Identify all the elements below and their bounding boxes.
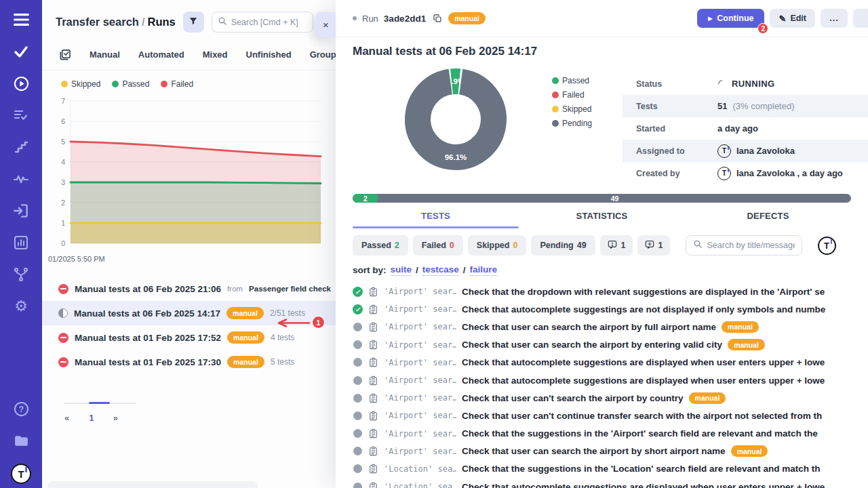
pagination-prev[interactable]: « [64,413,69,423]
runs-history-chart: 01234567 [52,93,325,254]
bar-chart-icon[interactable] [12,234,30,251]
details-value-extra: (3% completed) [732,101,794,111]
sort-by-failure[interactable]: failure [470,264,498,276]
test-title: Check that user can search the airport b… [462,446,726,456]
run-title: Manual tests at 01 Feb 2025 17:52 [75,333,221,343]
legend-item: Failed [161,79,193,89]
edit-button[interactable]: ✎ Edit [770,9,815,28]
test-list-item[interactable]: 'Location' sea… Check that autocomplete … [353,478,868,488]
attachments-filter-chip[interactable]: 1 [637,235,670,256]
close-drawer-button[interactable]: × [316,12,336,37]
run-tests-count: 5 tests [271,357,294,367]
test-list-item[interactable]: 'Airport' sear… Check that autocomplete … [353,300,868,318]
test-list-item[interactable]: 'Airport' sear… Check that the suggestio… [353,425,868,443]
legend-dot [161,81,167,87]
runs-tab[interactable]: Automated [138,49,184,60]
sign-in-icon[interactable] [12,202,30,220]
details-value: 51 (3% completed) [717,101,795,111]
copy-icon[interactable] [433,14,443,24]
folder-icon[interactable] [12,432,30,449]
play-circle-icon[interactable] [12,75,30,92]
test-list-item[interactable]: 'Airport' sear… Check that user can sear… [353,336,868,354]
pagination-next[interactable]: » [113,413,118,423]
runs-tab[interactable]: Unfinished [246,49,292,60]
test-title: Check that user can't continue transfer … [462,411,822,421]
branch-icon[interactable] [12,266,30,283]
test-suite-name: 'Airport' sear… [384,322,456,331]
assignee-avatar[interactable]: T [818,237,836,255]
runs-search-box[interactable] [212,12,313,33]
user-avatar-logo[interactable]: T [11,464,31,484]
run-list-item[interactable]: Manual tests at 06 Feb 2025 21:06 from P… [42,277,336,301]
runs-tab[interactable]: Mixed [203,49,228,60]
test-list-item[interactable]: 'Airport' sear… Check that user can sear… [353,443,868,460]
details-value: T Iana Zavoloka , a day ago [717,167,843,180]
test-list-item[interactable]: 'Airport' sear… Check that the dropdown … [353,283,868,300]
legend-label: Passed [562,76,589,85]
tests-search-input[interactable] [707,241,795,250]
pagination-page-1[interactable]: 1 [89,413,94,423]
details-row: Tests 51 (3% completed) [623,95,868,117]
pulse-icon[interactable] [12,170,30,188]
check-icon[interactable] [12,43,30,60]
svg-text:0: 0 [61,239,65,247]
chip-label: Skipped [477,241,510,250]
annotation-step-1: 1 [313,317,324,328]
steps-icon[interactable] [12,138,30,156]
details-row: Created by T Iana Zavoloka , a day ago [623,162,868,184]
comments-filter-chip[interactable]: 1 [600,235,633,256]
runs-tab[interactable]: Manual [90,49,120,60]
test-list-item[interactable]: 'Airport' sear… Check that user can sear… [353,318,868,336]
drawer-tab[interactable]: TESTS [353,211,519,221]
details-row: Status RUNNING [623,73,868,95]
tests-search-box[interactable] [686,235,802,256]
runs-tab[interactable]: Groups [310,49,336,60]
testcase-icon [368,446,378,456]
clipped-button[interactable] [853,9,868,28]
horizontal-scrollbar[interactable] [47,481,258,488]
status-filter-chip[interactable]: Passed 2 [353,235,408,256]
runs-search-input[interactable] [231,18,307,27]
runs-list-panel: Transfer search/Runs Manual Automated Mi… [42,0,336,488]
continue-button[interactable]: ▶ Continue 2 [697,9,764,28]
test-list-item[interactable]: 'Airport' sear… Check that autocomplete … [353,354,868,371]
breadcrumb-parent[interactable]: Transfer search [56,16,139,28]
runs-history-chart-block: 01234567 01/2025 5:50 PM [42,92,336,263]
left-panel-header: Transfer search/Runs [42,0,336,41]
more-actions-button[interactable]: ... [821,9,848,28]
legend-item: Failed [552,90,592,100]
details-row: Started a day ago [623,117,868,140]
test-list-item[interactable]: 'Location' sea… Check that the suggestio… [353,460,868,478]
status-filter-chip[interactable]: Skipped 0 [468,235,527,256]
help-circle-icon[interactable]: ? [12,400,30,418]
list-check-icon[interactable] [12,106,30,124]
test-status-icon [353,304,363,314]
sort-by-suite[interactable]: suite [391,264,412,276]
run-details-table: Status RUNNING Tests 51 (3% com [623,73,868,184]
sort-separator: / [416,265,418,275]
gear-icon[interactable]: ⚙ [12,298,30,315]
testcase-icon [368,340,378,350]
test-list-item[interactable]: 'Airport' sear… Check that autocomplete … [353,371,868,389]
test-status-icon [353,464,362,473]
run-progress-bar: 2 49 [353,194,851,203]
sort-by-testcase[interactable]: testcase [422,264,459,276]
test-list-item[interactable]: 'Airport' sear… Check that user can't co… [353,407,868,424]
run-title-heading: Manual tests at 06 Feb 2025 14:17 [353,45,868,58]
legend-dot [61,81,68,87]
status-filter-chip[interactable]: Pending 49 [531,235,595,256]
drawer-tab[interactable]: STATISTICS [519,211,685,221]
status-filter-chip[interactable]: Failed 0 [413,235,463,256]
details-label: Created by [636,169,717,178]
testcase-icon [368,393,378,403]
menu-icon[interactable] [12,11,30,28]
test-status-icon [353,483,362,488]
drawer-tab[interactable]: DEFECTS [685,211,851,221]
svg-text:7: 7 [61,97,65,105]
filter-button[interactable] [183,12,204,33]
select-all-icon[interactable] [58,48,71,61]
run-list-item[interactable]: Manual tests at 01 Feb 2025 17:30 manual… [42,350,336,374]
test-suite-name: 'Airport' sear… [384,393,456,403]
testcase-icon [368,304,378,314]
test-list-item[interactable]: 'Airport' sear… Check that user can't se… [353,389,868,407]
